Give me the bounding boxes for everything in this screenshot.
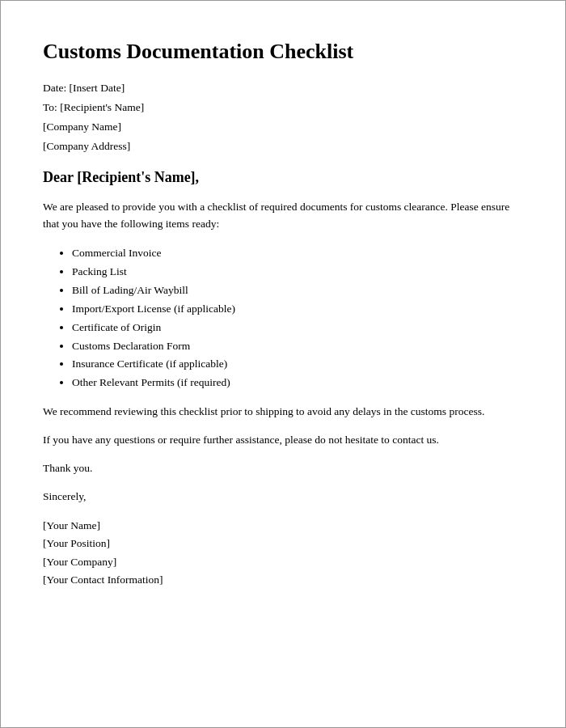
signature-contact: [Your Contact Information] xyxy=(43,571,523,589)
document-page: Customs Documentation Checklist Date: [I… xyxy=(0,0,566,728)
list-item: Commercial Invoice xyxy=(72,244,523,263)
list-item: Customs Declaration Form xyxy=(72,337,523,356)
to-line: To: [Recipient's Name] xyxy=(43,101,523,114)
thank-you-text: Thank you. xyxy=(43,460,523,477)
intro-paragraph: We are pleased to provide you with a che… xyxy=(43,199,523,233)
date-line: Date: [Insert Date] xyxy=(43,82,523,95)
recommendation-paragraph: We recommend reviewing this checklist pr… xyxy=(43,404,523,421)
list-item: Bill of Lading/Air Waybill xyxy=(72,281,523,300)
list-item: Packing List xyxy=(72,263,523,281)
sincerely-text: Sincerely, xyxy=(43,489,523,506)
list-item: Certificate of Origin xyxy=(72,319,523,337)
company-address-line: [Company Address] xyxy=(43,140,523,153)
signature-position: [Your Position] xyxy=(43,535,523,552)
signature-block: [Your Name] [Your Position] [Your Compan… xyxy=(43,517,523,589)
signature-name: [Your Name] xyxy=(43,517,523,535)
signature-company: [Your Company] xyxy=(43,553,523,571)
company-name-line: [Company Name] xyxy=(43,121,523,133)
list-item: Other Relevant Permits (if required) xyxy=(72,374,523,392)
document-title: Customs Documentation Checklist xyxy=(43,40,523,64)
checklist: Commercial Invoice Packing List Bill of … xyxy=(72,244,523,393)
questions-paragraph: If you have any questions or require fur… xyxy=(43,432,523,449)
list-item: Insurance Certificate (if applicable) xyxy=(72,355,523,374)
list-item: Import/Export License (if applicable) xyxy=(72,300,523,319)
greeting-line: Dear [Recipient's Name], xyxy=(43,169,523,186)
